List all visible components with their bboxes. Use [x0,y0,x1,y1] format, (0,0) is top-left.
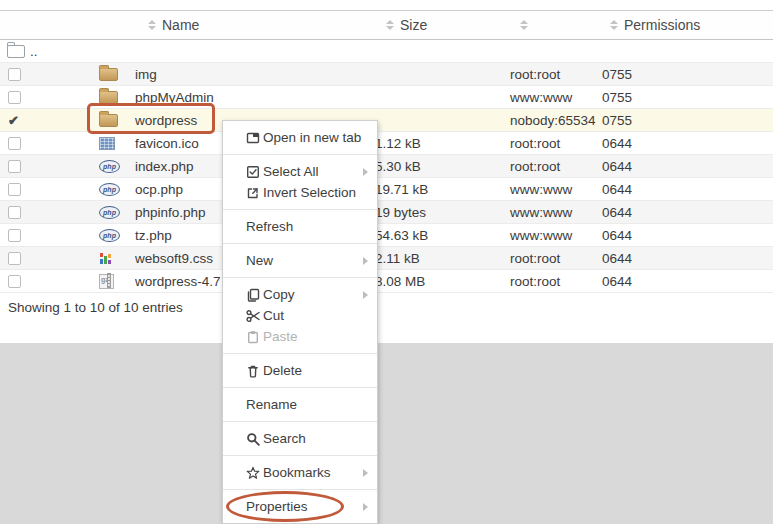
file-manager-page: Name Size Permissions .. imgroot:root075… [0,0,773,524]
file-size: 8.08 MB [375,274,510,289]
cut-icon [246,309,263,323]
row-checkbox[interactable] [8,183,21,196]
menu-item-refresh[interactable]: Refresh [223,216,377,237]
menu-item-paste[interactable]: Paste [223,326,377,347]
file-owner: nobody:65534 [510,113,602,128]
table-row[interactable]: favicon.ico1.12 kBroot:root0644 [0,132,773,155]
submenu-arrow-icon [363,257,368,265]
checkbox-cell [0,91,99,104]
menu-item-copy[interactable]: Copy [223,284,377,305]
menu-group: Refresh [223,209,377,243]
column-header-name[interactable]: Name [148,11,199,39]
checkbox-cell [0,68,99,81]
row-checkbox[interactable] [8,229,21,242]
menu-group: Bookmarks [223,455,377,489]
menu-item-label: Open in new tab [263,130,361,145]
menu-item-label: Paste [263,329,298,344]
menu-item-cut[interactable]: Cut [223,305,377,326]
file-size: 19 bytes [375,205,510,220]
checkbox-cell [0,206,99,219]
file-name: phpMyAdmin [135,90,375,105]
css-file-icon [99,252,113,265]
menu-item-label: Properties [246,499,308,514]
file-owner: root:root [510,274,602,289]
php-file-icon: php [99,160,120,173]
file-owner: www:www [510,90,602,105]
column-header-owner[interactable] [520,11,534,39]
menu-item-select-all[interactable]: Select All [223,161,377,182]
file-owner: www:www [510,205,602,220]
menu-item-label: Rename [246,397,297,412]
tab-icon [246,131,263,145]
sort-icon [520,20,528,30]
parent-dir-label: .. [30,44,38,59]
file-permissions: 0755 [602,67,773,82]
column-header-permissions[interactable]: Permissions [610,11,700,39]
row-checkbox[interactable] [8,137,21,150]
row-checkbox[interactable] [8,68,21,81]
sort-icon [386,20,394,30]
submenu-arrow-icon [363,291,368,299]
column-header-size[interactable]: Size [386,11,427,39]
parent-dir-row[interactable]: .. [0,40,773,63]
file-owner: root:root [510,136,602,151]
menu-group: Delete [223,353,377,387]
invert-selection-icon [246,186,263,200]
menu-item-open-in-new-tab[interactable]: Open in new tab [223,127,377,148]
file-size: 54.63 kB [375,228,510,243]
checkbox-cell [0,183,99,196]
menu-item-label: Delete [263,363,302,378]
file-permissions: 0644 [602,274,773,289]
file-permissions: 0644 [602,205,773,220]
folder-icon [99,91,118,104]
menu-item-new[interactable]: New [223,250,377,271]
menu-item-rename[interactable]: Rename [223,394,377,415]
file-permissions: 0644 [602,228,773,243]
folder-icon [99,68,118,81]
table-row[interactable]: phpMyAdminwww:www0755 [0,86,773,109]
table-row[interactable]: websoft9.css2.11 kBroot:root0644 [0,247,773,270]
menu-item-label: Cut [263,308,284,323]
file-size: 2.11 kB [375,251,510,266]
row-checkbox[interactable] [8,160,21,173]
row-checkbox[interactable] [8,275,21,288]
table-body: imgroot:root0755phpMyAdminwww:www0755✔wo… [0,63,773,293]
file-permissions: 0644 [602,251,773,266]
table-row[interactable]: phpindex.php5.30 kBroot:root0644 [0,155,773,178]
file-owner: www:www [510,228,602,243]
php-file-icon: php [99,229,120,242]
file-size: 19.71 kB [375,182,510,197]
checkbox-cell [0,160,99,173]
row-checkbox[interactable] [8,91,21,104]
php-file-icon: php [99,183,120,196]
table-row[interactable]: imgroot:root0755 [0,63,773,86]
image-file-icon [99,137,115,150]
menu-item-bookmarks[interactable]: Bookmarks [223,462,377,483]
menu-item-properties[interactable]: Properties [223,496,377,517]
folder-icon [99,114,118,127]
menu-group: Search [223,421,377,455]
file-owner: root:root [510,159,602,174]
row-checkbox-checked[interactable]: ✔ [8,114,19,127]
menu-item-delete[interactable]: Delete [223,360,377,381]
table-row[interactable]: phpocp.php19.71 kBwww:www0644 [0,178,773,201]
table-row[interactable]: gzwordpress-4.78.08 MBroot:root0644 [0,270,773,293]
page-background [0,343,773,524]
table-row[interactable]: phptz.php54.63 kBwww:www0644 [0,224,773,247]
delete-icon [246,364,263,378]
table-header: Name Size Permissions [0,10,773,40]
menu-item-invert-selection[interactable]: Invert Selection [223,182,377,203]
menu-item-label: Copy [263,287,295,302]
menu-group: CopyCutPaste [223,277,377,353]
file-table: Name Size Permissions .. imgroot:root075… [0,10,773,293]
file-permissions: 0755 [602,90,773,105]
file-size: 5.30 kB [375,159,510,174]
menu-item-search[interactable]: Search [223,428,377,449]
copy-icon [246,288,263,302]
table-row[interactable]: phpphpinfo.php19 byteswww:www0644 [0,201,773,224]
table-row[interactable]: ✔wordpressnobody:655340755 [0,109,773,132]
file-owner: root:root [510,67,602,82]
row-checkbox[interactable] [8,252,21,265]
search-icon [246,432,263,446]
row-checkbox[interactable] [8,206,21,219]
